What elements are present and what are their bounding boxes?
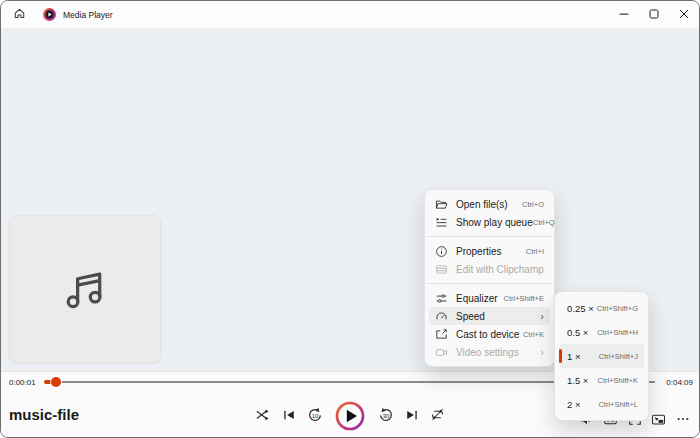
cast-icon [435, 328, 448, 341]
album-art-placeholder [9, 215, 161, 363]
close-button[interactable] [669, 1, 699, 29]
speed-icon [435, 310, 448, 323]
media-player-logo [43, 8, 56, 21]
folder-open-icon [435, 198, 448, 211]
menu-item-open-files[interactable]: Open file(s) Ctrl+O [429, 195, 550, 213]
next-track-button[interactable] [403, 408, 420, 425]
more-icon [676, 412, 690, 429]
submenu-chevron-icon: › [540, 347, 544, 358]
close-icon [679, 7, 689, 22]
home-icon [13, 7, 26, 23]
minimize-icon [619, 7, 629, 22]
total-duration: 0:04:09 [666, 378, 693, 387]
speed-option-0-5x[interactable]: 0.5 × Ctrl+Shift+H [559, 320, 644, 344]
speed-option-1-5x[interactable]: 1.5 × Ctrl+Shift+K [559, 368, 644, 392]
mini-player-button[interactable] [650, 412, 667, 429]
seek-bar-thumb[interactable] [51, 377, 61, 387]
repeat-off-icon [430, 407, 445, 425]
elapsed-time: 0:00:01 [9, 378, 36, 387]
track-title: music-file [9, 406, 79, 423]
play-queue-icon [435, 216, 448, 229]
speed-option-1x[interactable]: 1 × Ctrl+Shift+J [559, 344, 644, 368]
repeat-off-button[interactable] [429, 408, 446, 425]
more-options-button[interactable] [674, 412, 691, 429]
speed-option-2x[interactable]: 2 × Ctrl+Shift+L [559, 392, 644, 416]
title-bar: Media Player [1, 1, 699, 29]
shuffle-icon [255, 407, 270, 425]
play-button[interactable] [335, 401, 365, 431]
home-button[interactable] [1, 1, 37, 29]
menu-item-properties[interactable]: Properties Ctrl+I [429, 242, 550, 260]
shuffle-button[interactable] [254, 408, 271, 425]
menu-item-show-play-queue[interactable]: Show play queue Ctrl+Q [429, 213, 550, 231]
svg-text:30: 30 [382, 413, 389, 419]
menu-item-cast-to-device[interactable]: Cast to device Ctrl+K [429, 325, 550, 343]
maximize-icon [649, 7, 659, 22]
next-track-icon [405, 408, 419, 425]
minimize-button[interactable] [609, 1, 639, 29]
menu-item-equalizer[interactable]: Equalizer Ctrl+Shift+E [429, 289, 550, 307]
speed-option-0-25x[interactable]: 0.25 × Ctrl+Shift+G [559, 296, 644, 320]
maximize-button[interactable] [639, 1, 669, 29]
transport-controls: 10 30 [254, 401, 446, 431]
music-note-icon [62, 262, 108, 316]
forward-30-button[interactable]: 30 [377, 408, 394, 425]
speed-submenu: 0.25 × Ctrl+Shift+G 0.5 × Ctrl+Shift+H 1… [554, 291, 649, 421]
menu-separator [426, 236, 553, 237]
menu-separator [426, 283, 553, 284]
context-menu: Open file(s) Ctrl+O Show play queue Ctrl… [424, 189, 555, 367]
svg-text:10: 10 [311, 413, 318, 419]
equalizer-icon [435, 292, 448, 305]
media-player-window: Media Player [0, 0, 700, 438]
rewind-10-icon: 10 [307, 407, 323, 426]
menu-item-video-settings: Video settings › [429, 343, 550, 361]
video-settings-icon [435, 346, 448, 359]
play-icon [335, 419, 365, 434]
menu-item-edit-with-clipchamp: Edit with Clipchamp [429, 260, 550, 278]
previous-track-button[interactable] [280, 408, 297, 425]
window-controls [609, 1, 699, 29]
menu-item-speed[interactable]: Speed › [429, 307, 550, 325]
selected-indicator [559, 349, 562, 363]
info-icon [435, 245, 448, 258]
app-title: Media Player [63, 10, 113, 20]
clipchamp-icon [435, 263, 448, 276]
forward-30-icon: 30 [378, 407, 394, 426]
previous-track-icon [282, 408, 296, 425]
rewind-10-button[interactable]: 10 [306, 408, 323, 425]
mini-player-icon [651, 412, 666, 430]
submenu-chevron-icon: › [540, 311, 544, 322]
